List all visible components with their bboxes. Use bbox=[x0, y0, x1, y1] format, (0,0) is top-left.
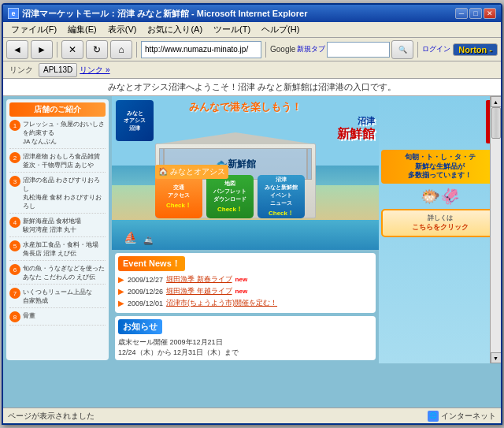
badge-line1: みなと bbox=[127, 110, 143, 117]
google-label: Google bbox=[270, 45, 295, 54]
news-link-1[interactable]: 堀田漁季 新春ライブ bbox=[166, 274, 232, 285]
welcome-bar: みなとオアシス沼津へようこそ！沼津 みなと新鮮館は沼津港の入口です。 bbox=[3, 79, 501, 96]
home-icon: 🏠 みなとオアシス bbox=[155, 165, 228, 179]
back-button[interactable]: ◄ bbox=[6, 40, 28, 59]
right-scrollbar: ▲ ▼ bbox=[490, 96, 501, 363]
oshirase-text: 歳末セール開催 2009年12月21日 12/24（木）から 12月31日（木）… bbox=[118, 337, 372, 357]
nav-icon-events-check: Check！ bbox=[269, 209, 294, 218]
news-new-2: new bbox=[235, 288, 248, 295]
shop-name-4: 新鮮海産品 食材地場駿河湾産 沼津 丸十 bbox=[23, 217, 81, 234]
left-sidebar: 店舗のご紹介 1 フレッシュ・魚屋のおいしさを約束するJA なんぷん 2 沼津産… bbox=[6, 99, 109, 360]
separator-3 bbox=[265, 42, 266, 58]
nav-icon-pamphlet-check: Check！ bbox=[217, 205, 243, 214]
login-button[interactable]: ログイン bbox=[422, 44, 450, 54]
separator-2 bbox=[136, 42, 137, 58]
address-bar[interactable]: http://www.numazu-minato.jp/ bbox=[141, 41, 261, 58]
badge-line3: 沼津 bbox=[129, 125, 140, 132]
welcome-text: みなとオアシス沼津へようこそ！沼津 みなと新鮮館は沼津港の入口です。 bbox=[108, 82, 396, 91]
boat-left: ⛵ bbox=[124, 231, 137, 244]
status-bar: ページが表示されました 🌐 インターネット bbox=[3, 408, 501, 423]
shop-name-1: フレッシュ・魚屋のおいしさを約束するJA なんぷん bbox=[23, 120, 106, 146]
menu-view[interactable]: 表示(V) bbox=[103, 23, 142, 36]
sidebar-title: 店舗のご紹介 bbox=[9, 102, 106, 117]
news-link-3[interactable]: 沼津市(ちょうよう市)開催を定む！ bbox=[166, 298, 277, 308]
oshirase-title: お知らせ bbox=[118, 319, 162, 334]
menu-file[interactable]: ファイル(F) bbox=[6, 23, 61, 36]
google-search-button[interactable]: 🔍 bbox=[391, 40, 413, 59]
shop-item-8: 8 骨董 bbox=[9, 311, 106, 326]
news-link-2[interactable]: 堀田漁季 年越ライブ bbox=[166, 286, 232, 296]
oshirase-section: お知らせ 歳末セール開催 2009年12月21日 12/24（木）から 12月3… bbox=[115, 316, 376, 360]
menu-bar: ファイル(F) 編集(E) 表示(V) お気に入り(A) ツール(T) ヘルプ(… bbox=[3, 22, 501, 38]
zone-text: インターネット bbox=[441, 411, 496, 422]
browser-window: e 沼津マーケットモール：沼津 みなと新鮮館 - Microsoft Inter… bbox=[2, 3, 502, 425]
right-panel-content: 旬朝・ト・し・タ・テ 新鮮な生鮮品が 多数揃っています！ 🐡🦑 詳しくは こちら… bbox=[381, 150, 498, 237]
shop-num-4: 4 bbox=[9, 217, 20, 228]
window-title: 沼津マーケットモール：沼津 みなと新鮮館 - Microsoft Interne… bbox=[22, 8, 307, 20]
scroll-up-btn[interactable]: ▲ bbox=[491, 96, 502, 107]
zone-badge: 🌐 インターネット bbox=[428, 411, 496, 422]
stop-button[interactable]: ✕ bbox=[61, 40, 83, 59]
shop-name-5: 水産加工食品・食料・地場角長店 沼津 えび伝 bbox=[23, 240, 98, 258]
news-item-2: ▶ 2009/12/26 堀田漁季 年越ライブ new bbox=[118, 286, 372, 296]
hero-area: みんなで港を楽しもう！ みなと オアシス 沼津 沼津 新鮮館 bbox=[112, 96, 379, 250]
nav-icon-access[interactable]: 交通アクセス Check！ bbox=[155, 175, 202, 218]
scroll-down-btn[interactable]: ▼ bbox=[491, 352, 502, 363]
news-date-3: 2009/12/01 bbox=[128, 300, 163, 307]
right-panel: 沼津産 旬朝・ト・し・タ・テ 新鮮な生鮮品が 多数揃っています！ 🐡🦑 詳しくは… bbox=[379, 96, 501, 363]
badge-line2: オアシス bbox=[124, 117, 146, 124]
nav-icon-access-label: 交通アクセス bbox=[168, 184, 190, 199]
shop-name-7: いくつもリューム上品な自家熟成 bbox=[23, 288, 92, 305]
title-bar: e 沼津マーケットモール：沼津 みなと新鮮館 - Microsoft Inter… bbox=[3, 5, 501, 22]
google-search-input[interactable] bbox=[327, 42, 390, 58]
menu-tools[interactable]: ツール(T) bbox=[209, 23, 255, 36]
zone-icon: 🌐 bbox=[428, 411, 439, 422]
shop-item-4: 4 新鮮海産品 食材地場駿河湾産 沼津 丸十 bbox=[9, 217, 106, 237]
minato-oasis-badge: みなと オアシス 沼津 bbox=[116, 100, 154, 141]
links-toolbar: リンク APL13D リンク » bbox=[3, 61, 501, 79]
nav-icon-events[interactable]: 沼津みなと新鮮館イベントニュース Check！ bbox=[258, 175, 305, 218]
shop-num-3: 3 bbox=[9, 176, 20, 187]
news-date-2: 2009/12/26 bbox=[128, 288, 163, 296]
shop-name-8: 骨董 bbox=[23, 311, 35, 320]
forward-button[interactable]: ► bbox=[31, 40, 53, 59]
menu-help[interactable]: ヘルプ(H) bbox=[257, 23, 304, 36]
menu-favorites[interactable]: お気に入り(A) bbox=[143, 23, 207, 36]
click-here-label: こちらをクリック bbox=[387, 222, 492, 233]
address-value: http://www.numazu-minato.jp/ bbox=[145, 45, 248, 54]
fish-banner: 旬朝・ト・し・タ・テ 新鮮な生鮮品が 多数揃っています！ bbox=[381, 150, 498, 184]
webpage: みなとオアシス沼津へようこそ！沼津 みなと新鮮館は沼津港の入口です。 店舗のご紹… bbox=[3, 79, 501, 408]
status-right: 🌐 インターネット bbox=[428, 411, 496, 422]
event-news-section: Event News！ ▶ 2009/12/27 堀田漁季 新春ライブ new … bbox=[115, 253, 376, 313]
news-arrow-3: ▶ bbox=[118, 299, 124, 307]
shop-item-1: 1 フレッシュ・魚屋のおいしさを約束するJA なんぷん bbox=[9, 120, 106, 149]
home-button[interactable]: ⌂ bbox=[110, 40, 132, 59]
shop-num-1: 1 bbox=[9, 120, 20, 131]
refresh-button[interactable]: ↻ bbox=[86, 40, 108, 59]
nav-icon-pamphlet[interactable]: 地図パンフレットダウンロード Check！ bbox=[206, 175, 254, 218]
shop-item-3: 3 沼津の名品 わさびすりおろし丸松海産 食材 わさびすりおろし bbox=[9, 176, 106, 214]
apl-button[interactable]: APL13D bbox=[39, 63, 77, 77]
news-item-3: ▶ 2009/12/01 沼津市(ちょうよう市)開催を定む！ bbox=[118, 298, 372, 308]
menu-edit[interactable]: 編集(E) bbox=[63, 23, 102, 36]
minimize-button[interactable]: ─ bbox=[455, 8, 468, 19]
click-here-button[interactable]: 詳しくは こちらをクリック bbox=[381, 209, 498, 237]
norton-badge[interactable]: Norton - bbox=[453, 43, 498, 56]
close-button[interactable]: ✕ bbox=[484, 8, 496, 19]
shop-item-6: 6 旬の魚・うなぎなどを使ったあなた こだわんの えび伝 bbox=[9, 264, 106, 285]
shop-name-6: 旬の魚・うなぎなどを使ったあなた こだわんの えび伝 bbox=[23, 264, 105, 281]
news-new-1: new bbox=[235, 276, 248, 283]
shop-item-2: 2 沼津産物 おもしろ食品雑貨釜次・干物専門店 あじや bbox=[9, 152, 106, 173]
fish-icon: 🐡🦑 bbox=[381, 187, 498, 206]
shop-name-3: 沼津の名品 わさびすりおろし丸松海産 食材 わさびすりおろし bbox=[23, 176, 106, 210]
shop-num-5: 5 bbox=[9, 240, 20, 251]
hero-logo-line2: 新鮮館 bbox=[337, 126, 375, 141]
scroll-track bbox=[491, 107, 502, 352]
link-btn[interactable]: リンク » bbox=[80, 65, 109, 76]
maximize-button[interactable]: □ bbox=[469, 8, 482, 19]
scroll-thumb[interactable] bbox=[491, 107, 501, 139]
click-here-sublabel: 詳しくは bbox=[387, 214, 492, 222]
title-bar-buttons: ─ □ ✕ bbox=[455, 8, 496, 19]
news-date-1: 2009/12/27 bbox=[128, 276, 163, 284]
nav-icon-access-check: Check！ bbox=[166, 201, 191, 210]
